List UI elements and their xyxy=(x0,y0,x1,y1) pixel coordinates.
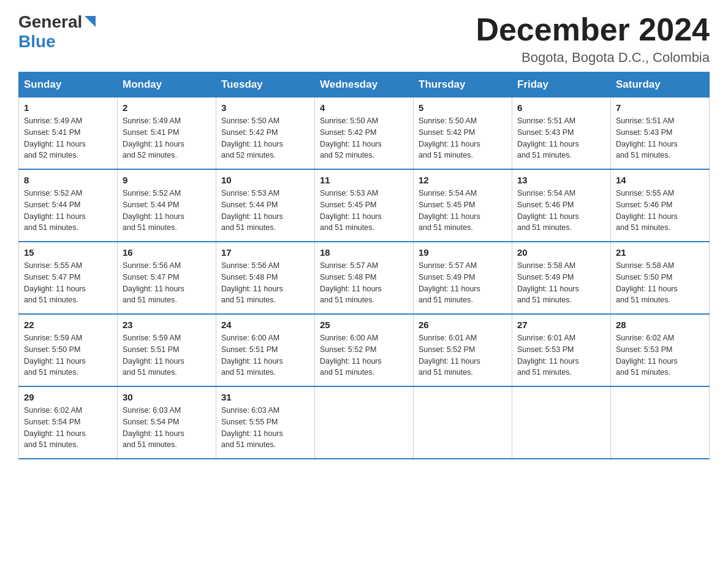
calendar-cell xyxy=(414,386,512,459)
calendar-cell: 4 Sunrise: 5:50 AMSunset: 5:42 PMDayligh… xyxy=(315,98,414,170)
col-friday: Friday xyxy=(512,72,611,98)
calendar-cell: 26 Sunrise: 6:01 AMSunset: 5:52 PMDaylig… xyxy=(414,314,512,386)
week-row-2: 8 Sunrise: 5:52 AMSunset: 5:44 PMDayligh… xyxy=(19,169,710,242)
day-number: 9 xyxy=(123,175,211,185)
col-thursday: Thursday xyxy=(414,72,512,98)
calendar-cell: 5 Sunrise: 5:50 AMSunset: 5:42 PMDayligh… xyxy=(414,98,512,170)
day-number: 19 xyxy=(419,247,507,258)
calendar-cell: 14 Sunrise: 5:55 AMSunset: 5:46 PMDaylig… xyxy=(611,169,710,242)
calendar-cell: 1 Sunrise: 5:49 AMSunset: 5:41 PMDayligh… xyxy=(19,98,118,170)
day-detail: Sunrise: 5:57 AMSunset: 5:49 PMDaylight:… xyxy=(419,261,480,304)
day-detail: Sunrise: 5:56 AMSunset: 5:47 PMDaylight:… xyxy=(123,261,184,304)
day-detail: Sunrise: 5:49 AMSunset: 5:41 PMDaylight:… xyxy=(24,117,86,159)
day-number: 18 xyxy=(320,247,408,258)
calendar-cell: 24 Sunrise: 6:00 AMSunset: 5:51 PMDaylig… xyxy=(216,314,315,386)
day-detail: Sunrise: 6:00 AMSunset: 5:52 PMDaylight:… xyxy=(320,334,382,377)
day-detail: Sunrise: 5:53 AMSunset: 5:45 PMDaylight:… xyxy=(320,189,382,232)
calendar-cell xyxy=(611,386,710,459)
day-number: 6 xyxy=(517,102,605,113)
logo-general-text: General xyxy=(18,12,82,32)
calendar-cell: 7 Sunrise: 5:51 AMSunset: 5:43 PMDayligh… xyxy=(611,98,710,170)
calendar-cell: 20 Sunrise: 5:58 AMSunset: 5:49 PMDaylig… xyxy=(512,242,611,314)
day-number: 10 xyxy=(221,175,309,185)
logo-triangle-icon xyxy=(85,16,96,29)
day-number: 17 xyxy=(221,247,309,258)
calendar-cell: 10 Sunrise: 5:53 AMSunset: 5:44 PMDaylig… xyxy=(216,169,315,242)
day-detail: Sunrise: 5:58 AMSunset: 5:49 PMDaylight:… xyxy=(517,261,579,304)
day-detail: Sunrise: 5:58 AMSunset: 5:50 PMDaylight:… xyxy=(616,261,678,304)
calendar-cell: 11 Sunrise: 5:53 AMSunset: 5:45 PMDaylig… xyxy=(315,169,414,242)
day-number: 1 xyxy=(24,102,112,113)
month-title: December 2024 xyxy=(476,12,710,47)
calendar-cell: 23 Sunrise: 5:59 AMSunset: 5:51 PMDaylig… xyxy=(118,314,216,386)
day-number: 11 xyxy=(320,175,408,185)
day-number: 8 xyxy=(24,175,112,185)
day-number: 2 xyxy=(123,102,211,113)
day-number: 16 xyxy=(123,247,211,258)
day-number: 27 xyxy=(517,320,605,330)
calendar-cell: 28 Sunrise: 6:02 AMSunset: 5:53 PMDaylig… xyxy=(611,314,710,386)
day-number: 26 xyxy=(419,320,507,330)
svg-marker-0 xyxy=(85,16,96,27)
calendar-cell: 8 Sunrise: 5:52 AMSunset: 5:44 PMDayligh… xyxy=(19,169,118,242)
calendar-cell: 31 Sunrise: 6:03 AMSunset: 5:55 PMDaylig… xyxy=(216,386,315,459)
day-number: 30 xyxy=(123,392,211,402)
col-sunday: Sunday xyxy=(19,72,118,98)
week-row-4: 22 Sunrise: 5:59 AMSunset: 5:50 PMDaylig… xyxy=(19,314,710,386)
day-detail: Sunrise: 5:50 AMSunset: 5:42 PMDaylight:… xyxy=(320,117,382,159)
calendar-cell: 15 Sunrise: 5:55 AMSunset: 5:47 PMDaylig… xyxy=(19,242,118,314)
week-row-5: 29 Sunrise: 6:02 AMSunset: 5:54 PMDaylig… xyxy=(19,386,710,459)
col-wednesday: Wednesday xyxy=(315,72,414,98)
day-number: 15 xyxy=(24,247,112,258)
calendar-cell: 19 Sunrise: 5:57 AMSunset: 5:49 PMDaylig… xyxy=(414,242,512,314)
day-detail: Sunrise: 5:54 AMSunset: 5:46 PMDaylight:… xyxy=(517,189,579,232)
day-detail: Sunrise: 5:57 AMSunset: 5:48 PMDaylight:… xyxy=(320,261,382,304)
day-detail: Sunrise: 6:01 AMSunset: 5:52 PMDaylight:… xyxy=(419,334,480,377)
day-detail: Sunrise: 5:56 AMSunset: 5:48 PMDaylight:… xyxy=(221,261,283,304)
location-subtitle: Bogota, Bogota D.C., Colombia xyxy=(476,50,710,66)
day-detail: Sunrise: 5:49 AMSunset: 5:41 PMDaylight:… xyxy=(123,117,184,159)
day-detail: Sunrise: 6:02 AMSunset: 5:53 PMDaylight:… xyxy=(616,334,678,377)
calendar-cell: 3 Sunrise: 5:50 AMSunset: 5:42 PMDayligh… xyxy=(216,98,315,170)
calendar-cell: 16 Sunrise: 5:56 AMSunset: 5:47 PMDaylig… xyxy=(118,242,216,314)
day-number: 5 xyxy=(419,102,507,113)
day-detail: Sunrise: 6:03 AMSunset: 5:55 PMDaylight:… xyxy=(221,406,283,449)
calendar-cell: 27 Sunrise: 6:01 AMSunset: 5:53 PMDaylig… xyxy=(512,314,611,386)
calendar-cell: 6 Sunrise: 5:51 AMSunset: 5:43 PMDayligh… xyxy=(512,98,611,170)
day-number: 14 xyxy=(616,175,704,185)
col-monday: Monday xyxy=(118,72,216,98)
day-number: 20 xyxy=(517,247,605,258)
calendar-table: Sunday Monday Tuesday Wednesday Thursday… xyxy=(18,72,710,459)
page-header: General Blue December 2024 Bogota, Bogot… xyxy=(18,12,710,66)
col-saturday: Saturday xyxy=(611,72,710,98)
day-detail: Sunrise: 6:01 AMSunset: 5:53 PMDaylight:… xyxy=(517,334,579,377)
logo-blue-text: Blue xyxy=(18,32,56,52)
day-number: 29 xyxy=(24,392,112,402)
day-number: 13 xyxy=(517,175,605,185)
day-detail: Sunrise: 5:55 AMSunset: 5:47 PMDaylight:… xyxy=(24,261,86,304)
day-detail: Sunrise: 6:00 AMSunset: 5:51 PMDaylight:… xyxy=(221,334,283,377)
calendar-cell: 30 Sunrise: 6:03 AMSunset: 5:54 PMDaylig… xyxy=(118,386,216,459)
week-row-3: 15 Sunrise: 5:55 AMSunset: 5:47 PMDaylig… xyxy=(19,242,710,314)
col-tuesday: Tuesday xyxy=(216,72,315,98)
day-number: 22 xyxy=(24,320,112,330)
day-detail: Sunrise: 5:53 AMSunset: 5:44 PMDaylight:… xyxy=(221,189,283,232)
title-section: December 2024 Bogota, Bogota D.C., Colom… xyxy=(476,12,710,66)
day-number: 24 xyxy=(221,320,309,330)
day-number: 31 xyxy=(221,392,309,402)
logo: General Blue xyxy=(18,12,96,52)
day-detail: Sunrise: 5:51 AMSunset: 5:43 PMDaylight:… xyxy=(517,117,579,159)
day-detail: Sunrise: 5:54 AMSunset: 5:45 PMDaylight:… xyxy=(419,189,480,232)
day-detail: Sunrise: 5:52 AMSunset: 5:44 PMDaylight:… xyxy=(24,189,86,232)
calendar-cell: 21 Sunrise: 5:58 AMSunset: 5:50 PMDaylig… xyxy=(611,242,710,314)
day-number: 7 xyxy=(616,102,704,113)
day-detail: Sunrise: 5:52 AMSunset: 5:44 PMDaylight:… xyxy=(123,189,184,232)
calendar-cell: 13 Sunrise: 5:54 AMSunset: 5:46 PMDaylig… xyxy=(512,169,611,242)
day-detail: Sunrise: 5:55 AMSunset: 5:46 PMDaylight:… xyxy=(616,189,678,232)
day-number: 28 xyxy=(616,320,704,330)
calendar-cell: 2 Sunrise: 5:49 AMSunset: 5:41 PMDayligh… xyxy=(118,98,216,170)
calendar-cell: 25 Sunrise: 6:00 AMSunset: 5:52 PMDaylig… xyxy=(315,314,414,386)
calendar-cell xyxy=(512,386,611,459)
day-detail: Sunrise: 6:03 AMSunset: 5:54 PMDaylight:… xyxy=(123,406,184,449)
calendar-cell xyxy=(315,386,414,459)
